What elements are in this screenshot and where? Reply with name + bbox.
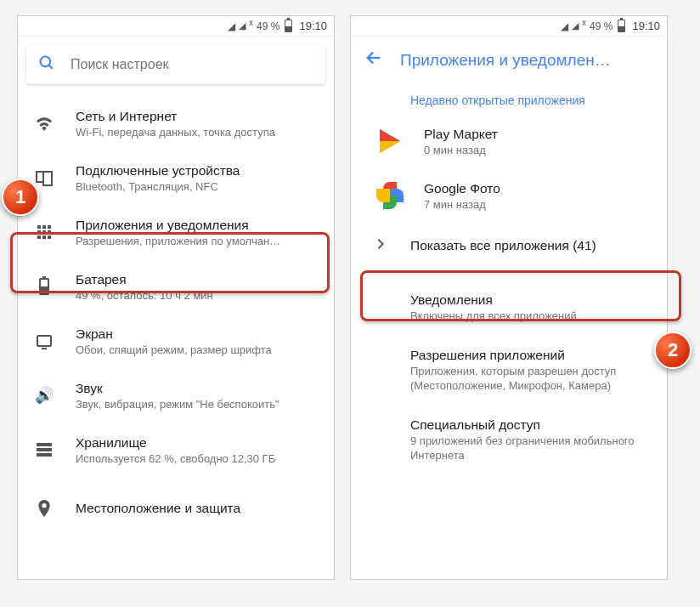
chevron-right-icon — [376, 238, 385, 253]
detail-permissions[interactable]: Разрешения приложений Приложения, которы… — [351, 336, 667, 406]
app-subtitle: 0 мин назад — [424, 144, 652, 156]
app-subtitle: 7 мин назад — [424, 198, 652, 211]
item-subtitle: Wi-Fi, передача данных, точка доступа — [76, 126, 319, 139]
recent-apps-header: Недавно открытые приложения — [351, 80, 667, 114]
settings-item-storage[interactable]: Хранилище Используется 62 %, свободно 12… — [18, 423, 334, 477]
item-title: Батарея — [76, 272, 319, 287]
signal-icon: ◢ — [572, 20, 579, 31]
app-bar: Приложения и уведомлен… — [351, 37, 667, 80]
item-title: Приложения и уведомления — [76, 218, 319, 233]
status-bar: ◢ ◢ x 49 % 19:10 — [351, 16, 667, 37]
storage-icon — [33, 443, 55, 457]
callout-badge-2: 2 — [654, 332, 692, 369]
play-store-icon — [373, 124, 407, 158]
wifi-icon — [33, 116, 55, 131]
detail-title: Специальный доступ — [410, 417, 652, 433]
item-title: Местоположение и защита — [76, 501, 319, 516]
detail-subtitle: Включены для всех приложений — [410, 309, 652, 324]
settings-item-sound[interactable]: 🔊 Звук Звук, вибрация, режим "Не беспоко… — [18, 368, 334, 423]
item-subtitle: Звук, вибрация, режим "Не беспокоить" — [76, 398, 319, 411]
item-title: Хранилище — [76, 435, 319, 451]
settings-item-connected[interactable]: Подключенные устройства Bluetooth, Транс… — [18, 150, 334, 205]
recent-app-play-market[interactable]: Play Маркет 0 мин назад — [351, 114, 667, 168]
apps-grid-icon — [33, 225, 55, 239]
item-subtitle: Bluetooth, Трансляция, NFC — [76, 180, 319, 193]
battery-icon — [33, 278, 55, 295]
detail-subtitle: Приложения, которым разрешен доступ (Мес… — [410, 365, 652, 394]
status-bar: ◢ ◢ x 49 % 19:10 — [18, 16, 334, 37]
show-all-label: Показать все приложения (41) — [410, 238, 596, 253]
display-icon — [33, 335, 55, 347]
item-title: Сеть и Интернет — [76, 109, 319, 124]
item-subtitle: Обои, спящий режим, размер шрифта — [76, 343, 319, 356]
settings-item-battery[interactable]: Батарея 49 %, осталось: 10 ч 2 мин — [18, 259, 334, 314]
settings-item-apps[interactable]: Приложения и уведомления Разрешения, при… — [18, 205, 334, 259]
status-clock: 19:10 — [632, 20, 660, 32]
svg-point-0 — [41, 56, 51, 66]
search-placeholder: Поиск настроек — [71, 57, 169, 72]
settings-item-network[interactable]: Сеть и Интернет Wi-Fi, передача данных, … — [18, 96, 334, 150]
detail-title: Разрешения приложений — [410, 348, 652, 363]
detail-subtitle: 9 приложений без ограничения мобильного … — [410, 434, 652, 463]
item-subtitle: Разрешения, приложения по умолчан… — [76, 235, 319, 247]
show-all-apps[interactable]: Показать все приложения (41) — [351, 223, 667, 269]
wifi-icon: ◢ — [228, 20, 235, 32]
item-title: Подключенные устройства — [76, 163, 319, 179]
settings-item-location[interactable]: Местоположение и защита — [18, 477, 334, 531]
google-photos-icon — [373, 179, 407, 213]
detail-notifications[interactable]: Уведомления Включены для всех приложений — [351, 281, 667, 336]
wifi-icon: ◢ — [561, 20, 568, 32]
callout-badge-1: 1 — [2, 179, 39, 216]
signal-icon: ◢ — [239, 20, 246, 31]
settings-screen: ◢ ◢ x 49 % 19:10 Поиск настроек Сеть и И… — [17, 15, 335, 580]
battery-icon — [285, 20, 292, 32]
app-title: Google Фото — [424, 181, 652, 196]
recent-app-google-photos[interactable]: Google Фото 7 мин назад — [351, 168, 667, 223]
search-settings[interactable]: Поиск настроек — [26, 45, 325, 84]
item-title: Звук — [76, 381, 319, 396]
item-subtitle: 49 %, осталось: 10 ч 2 мин — [76, 289, 319, 302]
item-title: Экран — [76, 326, 319, 342]
item-subtitle: Используется 62 %, свободно 12,30 ГБ — [76, 452, 319, 465]
battery-percent: 49 % — [590, 20, 612, 32]
battery-icon — [618, 20, 625, 32]
devices-icon — [33, 171, 55, 184]
sound-icon: 🔊 — [33, 386, 55, 405]
detail-title: Уведомления — [410, 292, 652, 308]
status-clock: 19:10 — [299, 20, 327, 32]
search-icon — [38, 54, 55, 76]
apps-notifications-screen: ◢ ◢ x 49 % 19:10 Приложения и уведомлен…… — [350, 15, 668, 580]
svg-line-1 — [49, 65, 53, 68]
settings-item-display[interactable]: Экран Обои, спящий режим, размер шрифта — [18, 314, 334, 368]
detail-special-access[interactable]: Специальный доступ 9 приложений без огра… — [351, 406, 667, 475]
page-title: Приложения и уведомлен… — [400, 51, 653, 70]
back-button[interactable] — [364, 48, 383, 71]
battery-percent: 49 % — [257, 20, 279, 32]
settings-list: Сеть и Интернет Wi-Fi, передача данных, … — [18, 93, 334, 579]
app-title: Play Маркет — [424, 127, 652, 142]
location-icon — [33, 500, 55, 517]
